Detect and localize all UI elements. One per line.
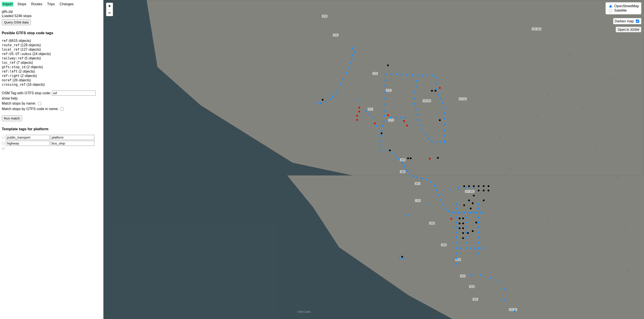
stop-marker-blue[interactable] [411, 74, 413, 76]
tab-trips[interactable]: Trips [46, 2, 56, 7]
stop-marker-blue[interactable] [498, 281, 500, 283]
stop-marker-blue[interactable] [368, 113, 370, 115]
stop-marker-black[interactable] [467, 232, 469, 234]
stop-marker-blue[interactable] [404, 166, 406, 167]
stop-marker-black[interactable] [431, 90, 433, 92]
stop-marker-blue[interactable] [390, 73, 392, 75]
stop-marker-blue[interactable] [456, 203, 457, 205]
stop-marker-black[interactable] [475, 222, 477, 223]
stop-marker-blue[interactable] [425, 134, 426, 136]
stop-marker-blue[interactable] [478, 226, 479, 228]
stop-marker-blue[interactable] [438, 194, 440, 196]
stop-marker-blue[interactable] [390, 117, 391, 119]
stop-marker-blue[interactable] [445, 208, 447, 209]
stop-marker-red[interactable] [356, 115, 358, 117]
stop-marker-black[interactable] [478, 190, 480, 191]
stop-marker-blue[interactable] [422, 129, 424, 131]
stop-marker-black[interactable] [478, 185, 480, 187]
stop-marker-blue[interactable] [457, 187, 459, 189]
add-row-icon[interactable]: + [2, 147, 5, 150]
darken-map-checkbox[interactable] [636, 20, 639, 23]
stop-marker-blue[interactable] [324, 101, 326, 102]
stop-marker-blue[interactable] [379, 145, 380, 146]
stop-marker-blue[interactable] [395, 117, 397, 119]
stop-marker-red[interactable] [358, 107, 360, 109]
stop-marker-red[interactable] [439, 87, 441, 89]
osm-tag-input[interactable] [52, 91, 96, 96]
stop-marker-blue[interactable] [395, 155, 396, 157]
stop-marker-blue[interactable] [415, 86, 417, 87]
stop-marker-blue[interactable] [480, 274, 481, 276]
stop-marker-blue[interactable] [428, 137, 429, 139]
stop-marker-blue[interactable] [435, 88, 437, 90]
stop-marker-blue[interactable] [416, 80, 418, 82]
zoom-in-button[interactable]: + [106, 3, 113, 10]
stop-marker-blue[interactable] [473, 212, 475, 214]
stop-marker-blue[interactable] [482, 247, 484, 249]
stop-marker-blue[interactable] [478, 237, 479, 238]
stop-marker-blue[interactable] [396, 73, 397, 75]
stop-marker-blue[interactable] [478, 208, 479, 209]
stop-marker-blue[interactable] [379, 140, 381, 142]
stop-marker-black[interactable] [462, 222, 464, 224]
stop-marker-blue[interactable] [504, 288, 506, 290]
stop-marker-black[interactable] [389, 150, 391, 151]
stop-marker-blue[interactable] [348, 67, 350, 69]
stop-marker-blue[interactable] [399, 258, 401, 259]
stop-marker-blue[interactable] [456, 247, 457, 249]
stop-marker-black[interactable] [462, 227, 464, 229]
tab-import[interactable]: Import [2, 2, 13, 7]
stop-marker-blue[interactable] [346, 72, 347, 74]
stop-marker-blue[interactable] [478, 247, 479, 249]
possible-tag-row[interactable]: crossing_ref (16 objects) [2, 83, 102, 87]
stop-marker-black[interactable] [483, 190, 484, 191]
stop-marker-blue[interactable] [351, 54, 353, 56]
stop-marker-blue[interactable] [473, 187, 474, 189]
possible-tag-row[interactable]: ref:left (2 objects) [2, 70, 102, 74]
stop-marker-blue[interactable] [476, 212, 478, 214]
layer-osm-radio[interactable] [609, 5, 612, 8]
stop-marker-blue[interactable] [402, 258, 404, 259]
zoom-out-button[interactable]: − [106, 10, 113, 16]
stop-marker-black[interactable] [401, 256, 403, 258]
possible-tag-row[interactable]: ref (6615 objects) [2, 39, 102, 43]
stop-marker-black[interactable] [463, 185, 465, 187]
stop-marker-blue[interactable] [352, 47, 353, 49]
stop-marker-blue[interactable] [456, 263, 457, 265]
stop-marker-blue[interactable] [336, 90, 338, 91]
stop-marker-blue[interactable] [406, 74, 408, 76]
stop-marker-blue[interactable] [398, 158, 400, 160]
stop-marker-blue[interactable] [451, 212, 453, 214]
stop-marker-black[interactable] [381, 132, 382, 134]
stop-marker-blue[interactable] [439, 141, 441, 143]
stop-marker-blue[interactable] [444, 118, 446, 120]
stop-marker-blue[interactable] [430, 181, 432, 183]
stop-marker-blue[interactable] [465, 237, 467, 238]
stop-marker-blue[interactable] [456, 217, 457, 218]
stop-marker-blue[interactable] [431, 75, 433, 77]
stop-marker-blue[interactable] [444, 129, 446, 131]
stop-marker-blue[interactable] [435, 82, 436, 84]
stop-marker-black[interactable] [410, 157, 412, 159]
stop-marker-black[interactable] [473, 195, 475, 196]
stop-marker-red[interactable] [374, 123, 376, 124]
stop-marker-blue[interactable] [436, 189, 438, 191]
stop-marker-blue[interactable] [381, 130, 382, 132]
stop-marker-black[interactable] [439, 119, 441, 121]
stop-marker-blue[interactable] [400, 117, 402, 119]
stop-marker-red[interactable] [358, 111, 360, 113]
stop-marker-blue[interactable] [454, 212, 456, 214]
match-by-name-checkbox[interactable] [38, 102, 41, 105]
stop-marker-blue[interactable] [514, 310, 515, 312]
stop-marker-black[interactable] [407, 157, 409, 159]
tab-stops[interactable]: Stops [16, 2, 27, 7]
stop-marker-blue[interactable] [478, 203, 479, 205]
stop-marker-black[interactable] [434, 90, 436, 92]
stop-marker-blue[interactable] [379, 149, 381, 151]
stop-marker-blue[interactable] [380, 135, 382, 137]
stop-marker-blue[interactable] [478, 231, 479, 233]
stop-marker-blue[interactable] [329, 98, 331, 100]
stop-marker-blue[interactable] [444, 113, 445, 114]
stop-marker-blue[interactable] [456, 237, 457, 238]
stop-marker-blue[interactable] [320, 103, 322, 104]
